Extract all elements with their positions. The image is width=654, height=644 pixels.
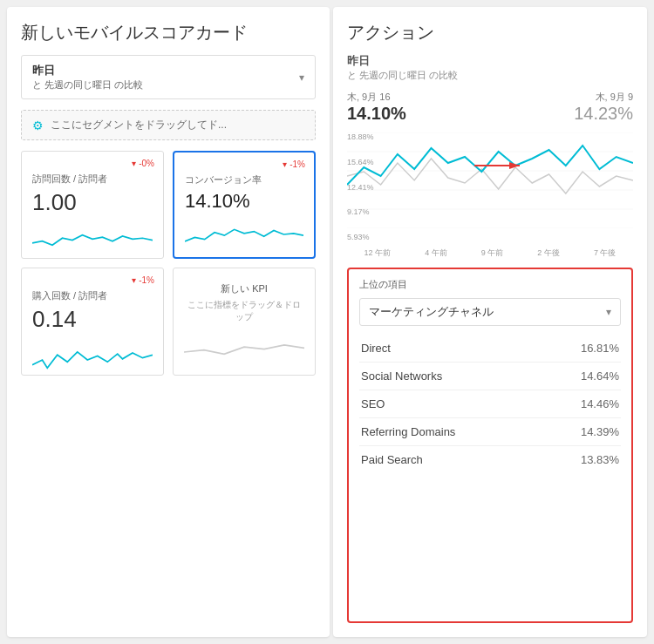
right-date-sub: と 先週の同じ曜日 の比較 [347, 69, 633, 82]
channel-name-direct: Direct [361, 342, 391, 355]
channel-selector[interactable]: マーケティングチャネル ▾ [359, 298, 621, 326]
channel-selector-label: マーケティングチャネル [369, 304, 494, 320]
metric-value-conversion: 14.10% [185, 190, 303, 213]
sparkline-newkpi [184, 332, 304, 358]
right-panel-title: アクション [347, 21, 633, 44]
chevron-down-icon-channel: ▾ [606, 306, 611, 318]
metric-label-conversion: コンバージョン率 [185, 173, 303, 186]
metric-value-purchases: 0.14 [32, 306, 153, 333]
channel-row-social: Social Networks 14.64% [359, 363, 621, 390]
channel-row-paid: Paid Search 13.83% [359, 446, 621, 473]
x-axis-labels: 12 午前 4 午前 9 午前 2 午後 7 午後 [347, 247, 633, 259]
metric-card-conversion[interactable]: ▾ -1% コンバージョン率 14.10% [173, 151, 316, 259]
date-filter-right: 昨日 と 先週の同じ曜日 の比較 [347, 53, 633, 82]
channel-name-paid: Paid Search [361, 453, 423, 466]
chart-container: 18.88% 15.64% 12.41% 9.17% 5.93% [347, 132, 633, 259]
delta-conversion: ▾ -1% [283, 159, 305, 169]
x-label-2: 4 午前 [425, 247, 447, 259]
chart-val-1: 14.10% [347, 104, 406, 124]
arrow-indicator [473, 159, 525, 176]
channel-name-social: Social Networks [361, 369, 442, 383]
metrics-grid: ▾ -0% 訪問回数 / 訪問者 1.00 ▾ -1% コンバージョン率 14.… [21, 151, 316, 376]
right-panel: アクション 昨日 と 先週の同じ曜日 の比較 木, 9月 16 14.10% 木… [333, 7, 647, 637]
x-label-5: 7 午後 [594, 247, 617, 259]
date-main-left: 昨日 [32, 63, 143, 78]
channel-pct-referring: 14.39% [581, 425, 619, 438]
chart-val-2: 14.23% [574, 104, 633, 124]
x-label-1: 12 午前 [364, 247, 392, 259]
kpi-placeholder: 新しい KPI ここに指標をドラッグ＆ドロップ [184, 277, 304, 363]
channel-name-seo: SEO [361, 397, 385, 410]
x-label-3: 9 午前 [481, 247, 504, 259]
top-items-title: 上位の項目 [359, 278, 621, 291]
channel-pct-seo: 14.46% [581, 397, 619, 410]
sparkline-visits [32, 223, 153, 249]
metric-label-purchases: 購入回数 / 訪問者 [32, 289, 153, 302]
chart-header: 木, 9月 16 14.10% 木, 9月 9 14.23% [347, 91, 633, 124]
date-sub-left: と 先週の同じ曜日 の比較 [32, 78, 143, 92]
channel-pct-social: 14.64% [581, 369, 619, 383]
right-date-main: 昨日 [347, 53, 633, 69]
delta-visits: ▾ -0% [132, 159, 154, 168]
metric-card-visits[interactable]: ▾ -0% 訪問回数 / 訪問者 1.00 [21, 151, 164, 259]
chart-date-1: 木, 9月 16 [347, 91, 406, 104]
chart-svg-area: 12 午前 4 午前 9 午前 2 午後 7 午後 [347, 132, 633, 259]
date-filter-left[interactable]: 昨日 と 先週の同じ曜日 の比較 ▾ [21, 55, 316, 99]
left-panel: 新しいモバイルスコアカード 昨日 と 先週の同じ曜日 の比較 ▾ ⚙ ここにセグ… [7, 7, 330, 637]
channel-row-seo: SEO 14.46% [359, 390, 621, 418]
segment-drop-label: ここにセグメントをドラッグしてド... [51, 118, 227, 132]
chevron-down-icon: ▾ [299, 71, 304, 84]
segment-icon: ⚙ [32, 119, 44, 132]
metric-value-visits: 1.00 [32, 189, 153, 216]
channel-name-referring: Referring Domains [361, 425, 455, 438]
channel-row-direct: Direct 16.81% [359, 335, 621, 363]
segment-drop-zone[interactable]: ⚙ ここにセグメントをドラッグしてド... [21, 110, 316, 140]
x-label-4: 2 午後 [537, 247, 560, 259]
metric-card-newkpi[interactable]: 新しい KPI ここに指標をドラッグ＆ドロップ [173, 268, 316, 376]
chart-date-primary: 木, 9月 16 14.10% [347, 91, 406, 124]
metric-card-purchases[interactable]: ▾ -1% 購入回数 / 訪問者 0.14 [21, 268, 164, 376]
chart-date-2: 木, 9月 9 [574, 91, 633, 104]
kpi-sub-label: ここに指標をドラッグ＆ドロップ [184, 299, 304, 323]
channel-pct-paid: 13.83% [581, 453, 619, 466]
left-panel-title: 新しいモバイルスコアカード [21, 21, 316, 44]
metric-label-visits: 訪問回数 / 訪問者 [32, 173, 153, 186]
chart-date-secondary: 木, 9月 9 14.23% [574, 91, 633, 124]
sparkline-conversion [185, 220, 303, 246]
delta-purchases: ▾ -1% [132, 275, 154, 285]
channel-pct-direct: 16.81% [581, 342, 619, 355]
channel-row-referring: Referring Domains 14.39% [359, 418, 621, 446]
top-items-section: 上位の項目 マーケティングチャネル ▾ Direct 16.81% Social… [347, 268, 633, 623]
sparkline-purchases [32, 340, 153, 366]
channel-list: Direct 16.81% Social Networks 14.64% SEO… [359, 335, 621, 473]
kpi-title: 新しい KPI [184, 282, 304, 295]
